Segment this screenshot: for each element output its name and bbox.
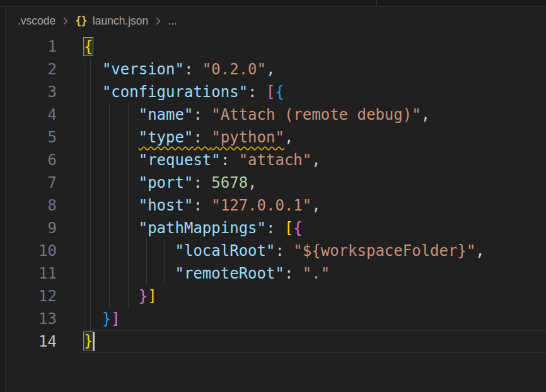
code-token: "remoteRoot" [175, 265, 284, 282]
code-line-content[interactable]: "request": "attach", [82, 149, 546, 171]
code-line-content[interactable]: "pathMappings": [{ [82, 217, 546, 239]
line-number[interactable]: 14 [0, 330, 57, 353]
code-token: "port" [139, 174, 194, 192]
code-token: "localRoot" [175, 242, 276, 260]
code-token: [ [284, 219, 293, 237]
code-token: : [284, 265, 303, 282]
code-line[interactable]: 13 }] [0, 308, 546, 330]
code-line[interactable]: 5 "type": "python", [0, 126, 546, 149]
code-line[interactable]: 14} [0, 330, 546, 353]
code-token [84, 197, 139, 214]
code-line[interactable]: 12 }] [0, 285, 546, 308]
code-token: 5678 [211, 174, 248, 192]
code-token [84, 310, 102, 328]
code-line[interactable]: 2 "version": "0.2.0", [0, 58, 546, 81]
line-number[interactable]: 2 [0, 58, 57, 81]
code-token: "pathMappings" [139, 219, 266, 237]
code-token: "127.0.0.1" [211, 197, 311, 214]
code-token [84, 106, 139, 124]
line-number[interactable]: 3 [0, 81, 57, 103]
code-line-content[interactable]: "host": "127.0.0.1", [82, 194, 546, 217]
code-token [84, 151, 139, 169]
code-line-content[interactable]: { [82, 35, 546, 58]
code-line-content[interactable]: "port": 5678, [82, 171, 546, 194]
code-line[interactable]: 6 "request": "attach", [0, 149, 546, 171]
code-token [84, 83, 102, 101]
code-token: : [193, 106, 211, 124]
code-token: , [266, 61, 275, 78]
line-number[interactable]: 8 [0, 194, 57, 217]
code-line-content[interactable]: } [82, 330, 546, 353]
code-token: "attach" [239, 151, 312, 169]
code-line[interactable]: 3 "configurations": [{ [0, 81, 546, 103]
code-token: "${workspaceFolder}" [293, 242, 475, 260]
code-lines: 1{2 "version": "0.2.0",3 "configurations… [0, 35, 546, 353]
code-line-content[interactable]: }] [82, 285, 546, 308]
line-number[interactable]: 4 [0, 103, 57, 126]
code-token: "host" [139, 197, 194, 214]
code-token: [ [266, 83, 275, 101]
code-token [84, 219, 139, 237]
line-number[interactable]: 12 [0, 285, 57, 308]
text-cursor [93, 332, 95, 351]
code-line-content[interactable]: }] [82, 308, 546, 330]
code-line-content[interactable]: "version": "0.2.0", [82, 58, 546, 81]
breadcrumb-item-folder[interactable]: .vscode [18, 14, 55, 28]
line-number[interactable]: 1 [0, 35, 57, 58]
code-token [84, 61, 102, 78]
line-number[interactable]: 9 [0, 217, 57, 239]
code-token: "version" [102, 61, 184, 78]
tab-bar-bottom-strip [0, 0, 546, 7]
code-token: : [275, 242, 293, 260]
code-line[interactable]: 1{ [0, 35, 546, 58]
code-token: { [293, 219, 302, 237]
breadcrumb-item-file[interactable]: launch.json [93, 14, 149, 28]
code-token: "Attach (remote debug)" [211, 106, 421, 124]
line-number[interactable]: 7 [0, 171, 57, 194]
code-line-content[interactable]: "remoteRoot": "." [82, 262, 546, 285]
code-line-content[interactable]: "localRoot": "${workspaceFolder}", [82, 239, 546, 262]
code-line[interactable]: 4 "name": "Attach (remote debug)", [0, 103, 546, 126]
code-line[interactable]: 9 "pathMappings": [{ [0, 217, 546, 239]
code-line[interactable]: 11 "remoteRoot": "." [0, 262, 546, 285]
code-token: ] [111, 310, 120, 328]
line-number[interactable]: 10 [0, 239, 57, 262]
code-token: "request" [139, 151, 221, 169]
code-token: } [139, 287, 148, 305]
code-token: , [248, 174, 257, 192]
warning-squiggle-token: "type" [139, 129, 194, 146]
code-token [84, 129, 139, 146]
bracket-match-box: { [84, 38, 93, 55]
code-token: { [275, 83, 284, 101]
code-token: : [193, 197, 211, 214]
code-token: , [421, 106, 430, 124]
code-token: "name" [139, 106, 194, 124]
code-line-content[interactable]: "name": "Attach (remote debug)", [82, 103, 546, 126]
tab-divider [376, 0, 377, 6]
code-line-content[interactable]: "type": "python", [82, 126, 546, 149]
code-token: "." [303, 265, 330, 282]
code-token [84, 287, 139, 305]
code-token: : [248, 83, 266, 101]
code-token: "0.2.0" [202, 61, 266, 78]
code-line-content[interactable]: "configurations": [{ [82, 81, 546, 103]
code-token: , [284, 129, 293, 146]
line-number[interactable]: 5 [0, 126, 57, 149]
code-token: : [184, 61, 202, 78]
code-token: } [84, 332, 93, 350]
code-token: , [311, 151, 320, 169]
warning-squiggle-token: : [193, 129, 211, 146]
json-braces-icon: {} [75, 14, 86, 27]
code-token: : [193, 174, 211, 192]
code-token: } [102, 310, 111, 328]
vscode-editor-window: { "breadcrumb": { "folder": ".vscode", "… [0, 0, 546, 392]
line-number[interactable]: 13 [0, 308, 57, 330]
code-line[interactable]: 7 "port": 5678, [0, 171, 546, 194]
bracket-match-box: } [84, 332, 93, 350]
line-number[interactable]: 11 [0, 262, 57, 285]
breadcrumb-item-overflow[interactable]: ... [168, 14, 177, 28]
code-line[interactable]: 10 "localRoot": "${workspaceFolder}", [0, 239, 546, 262]
code-line[interactable]: 8 "host": "127.0.0.1", [0, 194, 546, 217]
line-number[interactable]: 6 [0, 149, 57, 171]
breadcrumb: .vscode {} launch.json ... [0, 7, 546, 35]
